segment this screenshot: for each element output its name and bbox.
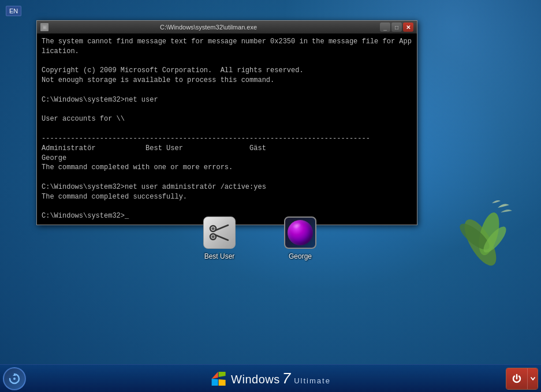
windows7-brand-text: Windows 7 Ultimate: [231, 369, 331, 387]
power-button-group: [506, 368, 538, 390]
ease-of-access-button[interactable]: [3, 367, 26, 390]
desktop: EN ▣ C:\Windows\system32\utilman.exe _ □…: [0, 0, 541, 392]
leaf-decoration: [443, 191, 518, 266]
cmd-maximize-button[interactable]: □: [391, 23, 402, 32]
taskbar-right: [506, 368, 541, 390]
power-button[interactable]: [506, 368, 527, 389]
best-user-icon-image: [203, 216, 236, 249]
svg-point-8: [212, 227, 215, 230]
cmd-window-controls: _ □ ✕: [380, 23, 413, 32]
desktop-icons-area: Best User George: [196, 216, 323, 262]
george-icon-label: George: [289, 252, 312, 262]
svg-line-7: [215, 235, 228, 240]
george-icon-image: [284, 216, 316, 249]
cmd-window-title: C:\Windows\system32\utilman.exe: [39, 24, 378, 31]
taskbar-brand: Windows 7 Ultimate: [210, 369, 331, 387]
svg-line-6: [215, 225, 228, 230]
svg-point-9: [212, 236, 215, 238]
power-arrow-button[interactable]: [527, 368, 538, 389]
cmd-close-button[interactable]: ✕: [403, 23, 413, 32]
cmd-window: ▣ C:\Windows\system32\utilman.exe _ □ ✕ …: [36, 20, 417, 225]
windows7-logo: [210, 371, 226, 387]
desktop-icon-george[interactable]: George: [277, 216, 323, 262]
desktop-icon-best-user[interactable]: Best User: [196, 216, 242, 262]
windows-edition: Ultimate: [294, 376, 331, 385]
george-orb: [288, 220, 313, 245]
svg-point-10: [13, 378, 16, 380]
taskbar: Windows 7 Ultimate: [0, 364, 541, 392]
cmd-output: The system cannot find message text for …: [37, 33, 417, 225]
taskbar-left: [0, 367, 26, 390]
windows-seven: 7: [282, 369, 290, 387]
best-user-icon-label: Best User: [204, 252, 235, 262]
windows-text: Windows: [231, 373, 280, 386]
cmd-minimize-button[interactable]: _: [380, 23, 390, 32]
language-indicator[interactable]: EN: [6, 6, 21, 16]
cmd-titlebar: ▣ C:\Windows\system32\utilman.exe _ □ ✕: [37, 21, 417, 33]
